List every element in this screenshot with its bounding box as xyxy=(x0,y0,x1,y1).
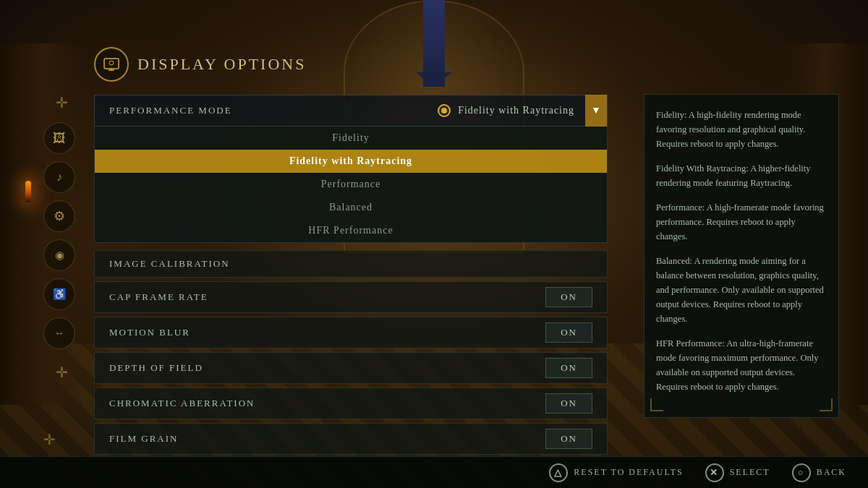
display-icon xyxy=(94,47,129,82)
option-fidelity[interactable]: Fidelity xyxy=(95,127,607,150)
settings-list: CAP FRAME RATE ON MOTION BLUR ON DEPTH O… xyxy=(94,281,608,455)
select-action[interactable]: ✕ SELECT xyxy=(705,463,770,482)
setting-depth-of-field[interactable]: DEPTH OF FIELD ON xyxy=(94,352,608,384)
cap-frame-rate-label: CAP FRAME RATE xyxy=(109,291,545,303)
svg-rect-0 xyxy=(104,59,119,69)
reset-icon: △ xyxy=(549,463,568,482)
select-icon: ✕ xyxy=(705,463,724,482)
film-grain-toggle[interactable]: ON xyxy=(545,429,592,449)
setting-cap-frame-rate[interactable]: CAP FRAME RATE ON xyxy=(94,281,608,313)
main-panel: DISPLAY OPTIONS PERFORMANCE MODE Fidelit… xyxy=(94,47,608,455)
info-balanced: Balanced: A rendering mode aiming for a … xyxy=(656,254,827,326)
info-performance: Performance: A high-framerate mode favor… xyxy=(656,200,827,244)
image-calibration-header[interactable]: IMAGE CALIBRATION xyxy=(94,250,608,278)
sidebar-icon-controller[interactable]: ◉ xyxy=(43,239,75,271)
info-hfr: HFR Performance: An ultra-high-framerate… xyxy=(656,336,827,394)
selection-indicator xyxy=(438,104,451,117)
selected-option-label: Fidelity with Raytracing xyxy=(458,105,574,116)
chromatic-aberration-toggle[interactable]: ON xyxy=(545,393,592,414)
motion-blur-label: MOTION BLUR xyxy=(109,327,545,338)
dropdown-options: Fidelity Fidelity with Raytracing Perfor… xyxy=(94,127,608,243)
panel-header: DISPLAY OPTIONS xyxy=(94,47,608,82)
info-fidelity: Fidelity: A high-fidelity rendering mode… xyxy=(656,108,827,151)
svg-point-3 xyxy=(109,61,114,65)
option-performance[interactable]: Performance xyxy=(95,173,607,196)
back-icon: ○ xyxy=(792,463,811,482)
film-grain-label: FILM GRAIN xyxy=(109,433,545,445)
setting-motion-blur[interactable]: MOTION BLUR ON xyxy=(94,317,608,348)
dropdown-arrow-icon[interactable]: ▼ xyxy=(585,95,607,127)
depth-of-field-label: DEPTH OF FIELD xyxy=(109,362,545,374)
motion-blur-toggle[interactable]: ON xyxy=(545,322,592,343)
performance-mode-value: Fidelity with Raytracing xyxy=(427,104,585,117)
select-label: SELECT xyxy=(730,467,770,478)
reset-to-defaults-action[interactable]: △ RESET TO DEFAULTS xyxy=(549,463,683,482)
setting-film-grain[interactable]: FILM GRAIN ON xyxy=(94,423,608,455)
sidebar-icon-social[interactable]: ↔ xyxy=(43,317,75,349)
cap-frame-rate-toggle[interactable]: ON xyxy=(545,287,592,307)
back-action[interactable]: ○ BACK xyxy=(792,463,846,482)
info-fidelity-raytracing: Fidelity With Raytracing: A higher-fidel… xyxy=(656,161,827,190)
sidebar-icon-display[interactable]: 🖼 xyxy=(43,122,75,154)
performance-mode-label: PERFORMANCE MODE xyxy=(95,105,427,116)
option-fidelity-raytracing[interactable]: Fidelity with Raytracing xyxy=(95,150,607,173)
bottom-crosshair: ✛ xyxy=(43,431,56,448)
reset-label: RESET TO DEFAULTS xyxy=(574,467,683,478)
option-balanced[interactable]: Balanced xyxy=(95,196,607,219)
sidebar-icon-audio[interactable]: ♪ xyxy=(43,161,75,193)
setting-chromatic-aberration[interactable]: CHROMATIC ABERRATION ON xyxy=(94,388,608,419)
sidebar: ✛ 🖼 ♪ ⚙ ◉ ♿ ↔ ✛ xyxy=(43,94,80,385)
chromatic-aberration-label: CHROMATIC ABERRATION xyxy=(109,398,545,409)
sidebar-icon-settings[interactable]: ⚙ xyxy=(43,200,75,232)
depth-of-field-toggle[interactable]: ON xyxy=(545,358,592,378)
panel-title: DISPLAY OPTIONS xyxy=(137,55,306,74)
sidebar-crosshair-top: ✛ xyxy=(43,94,80,111)
option-hfr-performance[interactable]: HFR Performance xyxy=(95,219,607,242)
image-calibration-label: IMAGE CALIBRATION xyxy=(109,258,230,270)
bottom-bar: △ RESET TO DEFAULTS ✕ SELECT ○ BACK xyxy=(0,456,868,488)
sidebar-icon-accessibility[interactable]: ♿ xyxy=(43,278,75,310)
info-panel: Fidelity: A high-fidelity rendering mode… xyxy=(644,94,839,418)
performance-mode-row[interactable]: PERFORMANCE MODE Fidelity with Raytracin… xyxy=(94,95,608,127)
torch-decoration xyxy=(25,181,31,202)
sidebar-crosshair-bottom: ✛ xyxy=(43,364,80,381)
back-label: BACK xyxy=(817,467,846,478)
